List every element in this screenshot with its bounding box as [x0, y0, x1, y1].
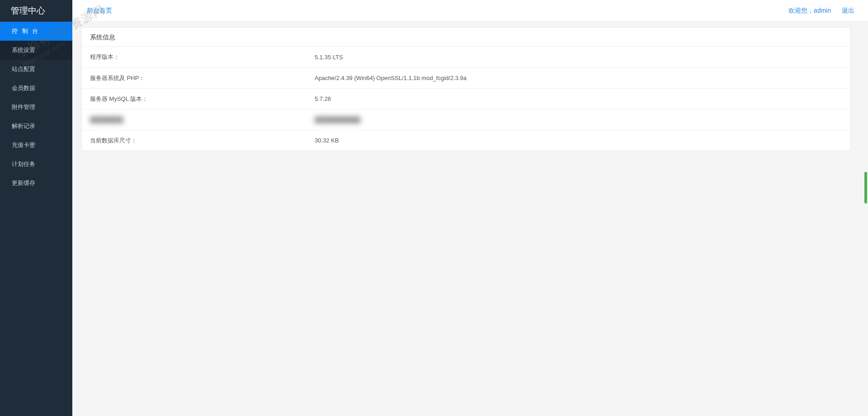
sidebar-item-scheduled-tasks[interactable]: 计划任务: [0, 155, 72, 174]
sidebar-item-attachment-manage[interactable]: 附件管理: [0, 98, 72, 117]
info-row-database-size: 当前数据库尺寸： 30.32 KB: [82, 130, 850, 151]
sidebar-item-system-settings[interactable]: 系统设置: [0, 41, 72, 60]
info-label: 当前数据库尺寸：: [82, 137, 315, 145]
sidebar-title: 管理中心: [0, 0, 72, 22]
welcome-text: 欢迎您，admin: [788, 7, 831, 15]
info-row-program-version: 程序版本： 5.1.35 LTS: [82, 47, 850, 67]
sidebar-item-recharge-cards[interactable]: 充值卡密: [0, 136, 72, 155]
topbar: 前台首页 欢迎您，admin 退出: [72, 0, 868, 22]
sidebar-item-member-data[interactable]: 会员数据: [0, 79, 72, 98]
panel-title: 系统信息: [82, 28, 850, 47]
main-content: 系统信息 程序版本： 5.1.35 LTS 服务器系统及 PHP： Apache…: [72, 27, 860, 156]
info-value: 5.7.26: [315, 95, 850, 102]
info-value: Apache/2.4.39 (Win64) OpenSSL/1.1.1b mod…: [315, 75, 850, 81]
info-value: 5.1.35 LTS: [315, 54, 850, 61]
topbar-right: 欢迎您，admin 退出: [788, 7, 854, 15]
info-label: ████████: [82, 116, 315, 123]
sidebar-menu: 控 制 台 系统设置 站点配置 会员数据 附件管理 解析记录 充值卡密 计划任务…: [0, 22, 72, 193]
logout-link[interactable]: 退出: [842, 7, 854, 15]
sidebar-item-console[interactable]: 控 制 台: [0, 22, 72, 41]
info-label: 服务器系统及 PHP：: [82, 74, 315, 82]
sidebar-item-update-cache[interactable]: 更新缓存: [0, 174, 72, 193]
sidebar-item-site-config[interactable]: 站点配置: [0, 60, 72, 79]
scroll-indicator[interactable]: [864, 172, 867, 203]
info-row-mysql-version: 服务器 MySQL 版本： 5.7.26: [82, 88, 850, 109]
info-value: ███████████: [315, 116, 850, 123]
sidebar: 管理中心 控 制 台 系统设置 站点配置 会员数据 附件管理 解析记录 充值卡密…: [0, 0, 72, 416]
info-row-server-php: 服务器系统及 PHP： Apache/2.4.39 (Win64) OpenSS…: [82, 67, 850, 88]
info-label: 程序版本：: [82, 53, 315, 61]
sidebar-item-parse-records[interactable]: 解析记录: [0, 117, 72, 136]
topbar-left: 前台首页: [87, 7, 112, 15]
info-row-hidden: ████████ ███████████: [82, 109, 850, 130]
info-label: 服务器 MySQL 版本：: [82, 95, 315, 103]
frontend-home-link[interactable]: 前台首页: [87, 7, 112, 14]
system-info-panel: 系统信息 程序版本： 5.1.35 LTS 服务器系统及 PHP： Apache…: [81, 27, 851, 151]
info-value: 30.32 KB: [315, 137, 850, 144]
